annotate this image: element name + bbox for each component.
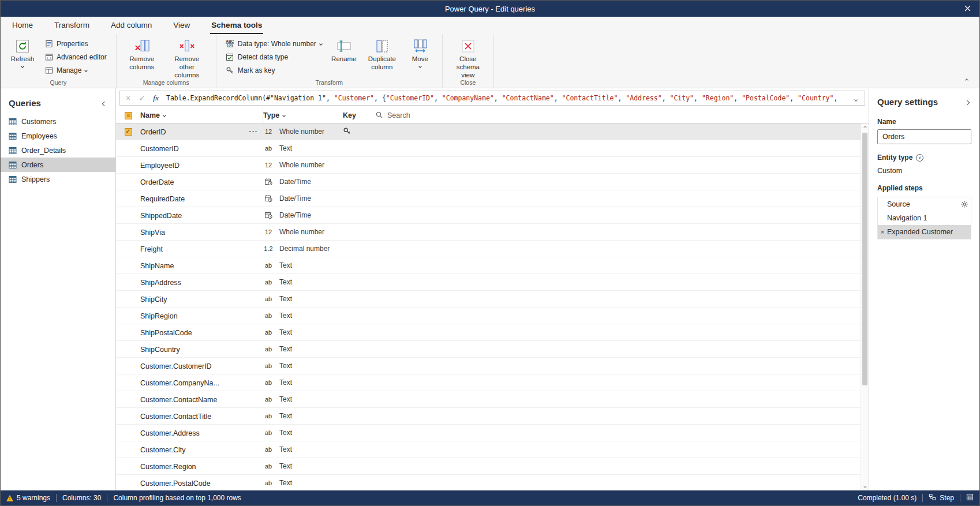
scrollbar-track[interactable]	[861, 132, 869, 482]
schema-row-requireddate[interactable]: RequiredDateDate/Time	[116, 190, 869, 207]
column-type-cell[interactable]: 12Whole number	[263, 128, 336, 136]
formula-expand-button[interactable]	[848, 91, 863, 105]
applied-step-source[interactable]: Source	[878, 197, 971, 211]
schema-row-customer-contacttitle[interactable]: Customer.ContactTitleabText	[116, 408, 869, 425]
schema-row-employeeid[interactable]: EmployeeID12Whole number	[116, 157, 869, 174]
formula-input[interactable]: Table.ExpandRecordColumn(#"Navigation 1"…	[163, 94, 848, 102]
schema-row-shippostalcode[interactable]: ShipPostalCodeabText	[116, 324, 869, 341]
detect-data-type-button[interactable]: Detect data type	[223, 51, 324, 63]
column-type-cell[interactable]: abText	[263, 278, 336, 286]
column-type-cell[interactable]: abText	[263, 362, 336, 370]
column-type-cell[interactable]: 1.2Decimal number	[263, 245, 336, 253]
scroll-down-arrow[interactable]	[864, 482, 866, 490]
properties-button[interactable]: Properties	[42, 38, 109, 50]
queries-list: CustomersEmployeesOrder_DetailsOrdersShi…	[1, 114, 115, 186]
collapse-ribbon-button[interactable]	[961, 74, 972, 83]
scrollbar-thumb[interactable]	[862, 133, 867, 385]
query-item-customers[interactable]: Customers	[1, 114, 115, 129]
schema-row-shipcountry[interactable]: ShipCountryabText	[116, 341, 869, 358]
collapse-queries-pane-button[interactable]	[100, 96, 109, 110]
column-type-cell[interactable]: 12Whole number	[263, 228, 336, 236]
remove-other-columns-button[interactable]: Remove other columns	[165, 38, 209, 80]
search-input[interactable]	[387, 111, 474, 119]
column-type-cell[interactable]: abText	[263, 378, 336, 387]
column-type-cell[interactable]: abText	[263, 462, 336, 470]
query-item-order-details[interactable]: Order_Details	[1, 143, 115, 158]
tab-home[interactable]: Home	[11, 17, 34, 34]
duplicate-column-button[interactable]: Duplicate column	[364, 38, 401, 73]
type-label: Text	[279, 378, 292, 387]
name-column-header[interactable]: Name	[140, 111, 166, 119]
schema-row-shipregion[interactable]: ShipRegionabText	[116, 308, 869, 324]
schema-row-orderdate[interactable]: OrderDateDate/Time	[116, 174, 869, 190]
rename-button[interactable]: Rename	[329, 38, 359, 65]
row-menu-button[interactable]: ···	[249, 128, 259, 136]
column-type-cell[interactable]: 12Whole number	[263, 161, 336, 169]
formula-cancel-button[interactable]: ×	[121, 91, 135, 105]
schema-row-customer-companyna[interactable]: Customer.CompanyNa...abText	[116, 374, 869, 391]
column-type-cell[interactable]: Date/Time	[263, 178, 336, 186]
tab-schema-tools[interactable]: Schema tools	[210, 17, 263, 34]
move-button[interactable]: Move	[405, 38, 435, 69]
schema-row-shipaddress[interactable]: ShipAddressabText	[116, 274, 869, 291]
schema-row-shipcity[interactable]: ShipCityabText	[116, 291, 869, 308]
refresh-button[interactable]: Refresh	[8, 38, 38, 69]
query-item-shippers[interactable]: Shippers	[1, 172, 115, 186]
schema-row-freight[interactable]: Freight1.2Decimal number	[116, 241, 869, 257]
column-type-cell[interactable]: abText	[263, 429, 336, 437]
column-type-cell[interactable]: abText	[263, 328, 336, 336]
schema-row-customer-city[interactable]: Customer.CityabText	[116, 441, 869, 458]
schema-row-shipvia[interactable]: ShipVia12Whole number	[116, 224, 869, 241]
column-type-cell[interactable]: Date/Time	[263, 194, 336, 203]
tab-transform[interactable]: Transform	[53, 17, 91, 34]
tab-view[interactable]: View	[172, 17, 191, 34]
select-all-checkbox[interactable]	[125, 112, 132, 119]
schema-row-shippeddate[interactable]: ShippedDateDate/Time	[116, 207, 869, 224]
collapse-settings-pane-button[interactable]	[963, 95, 971, 108]
column-type-cell[interactable]: Date/Time	[263, 211, 336, 219]
query-item-employees[interactable]: Employees	[1, 129, 115, 143]
schema-row-shipname[interactable]: ShipNameabText	[116, 257, 869, 274]
data-view-toggle-button[interactable]	[966, 493, 974, 503]
close-schema-view-button[interactable]: Close schema view	[450, 38, 487, 80]
step-settings-gear-icon[interactable]	[959, 201, 970, 208]
type-column-header[interactable]: Type	[263, 111, 285, 119]
schema-row-customer-address[interactable]: Customer.AddressabText	[116, 425, 869, 441]
column-type-cell[interactable]: abText	[263, 261, 336, 269]
column-type-cell[interactable]: abText	[263, 295, 336, 303]
schema-row-orderid[interactable]: OrderID···12Whole number	[116, 123, 869, 140]
column-type-cell[interactable]: abText	[263, 312, 336, 320]
schema-row-customer-customerid[interactable]: Customer.CustomerIDabText	[116, 358, 869, 374]
schema-row-customer-region[interactable]: Customer.RegionabText	[116, 458, 869, 475]
data-type-dropdown[interactable]: ABC123 Data type: Whole number	[223, 38, 324, 50]
schema-row-customerid[interactable]: CustomerIDabText	[116, 140, 869, 157]
column-type-cell[interactable]: abText	[263, 345, 336, 353]
step-button[interactable]: Step	[929, 493, 954, 503]
column-type-cell[interactable]: abText	[263, 144, 336, 152]
mark-as-key-button[interactable]: Mark as key	[223, 64, 324, 76]
remove-columns-button[interactable]: Remove columns	[124, 38, 160, 73]
schema-row-customer-contactname[interactable]: Customer.ContactNameabText	[116, 391, 869, 408]
tab-add-column[interactable]: Add column	[110, 17, 153, 34]
query-name-input[interactable]	[877, 129, 971, 144]
vertical-scrollbar[interactable]	[861, 123, 869, 490]
applied-step-navigation-1[interactable]: Navigation 1	[878, 211, 971, 225]
warnings-status[interactable]: ! 5 warnings	[6, 494, 50, 502]
applied-step-expanded-customer[interactable]: ×Expanded Customer	[878, 225, 971, 239]
profiling-status[interactable]: Column profiling based on top 1,000 rows	[113, 494, 241, 502]
column-type-cell[interactable]: abText	[263, 412, 336, 420]
manage-button[interactable]: Manage	[42, 64, 109, 76]
column-type-cell[interactable]: abText	[263, 445, 336, 453]
query-item-orders[interactable]: Orders	[1, 158, 115, 172]
column-type-cell[interactable]: abText	[263, 479, 336, 487]
delete-step-button[interactable]: ×	[878, 228, 887, 235]
advanced-editor-button[interactable]: Advanced editor	[42, 51, 109, 63]
scroll-up-arrow[interactable]	[864, 123, 866, 132]
status-separator	[107, 494, 107, 502]
column-type-cell[interactable]: abText	[263, 395, 336, 403]
formula-commit-button[interactable]: ✓	[135, 91, 149, 105]
close-window-button[interactable]	[955, 1, 979, 17]
schema-row-customer-postalcode[interactable]: Customer.PostalCodeabText	[116, 475, 869, 490]
info-icon[interactable]: i	[916, 154, 923, 162]
row-checkbox[interactable]	[125, 128, 132, 136]
